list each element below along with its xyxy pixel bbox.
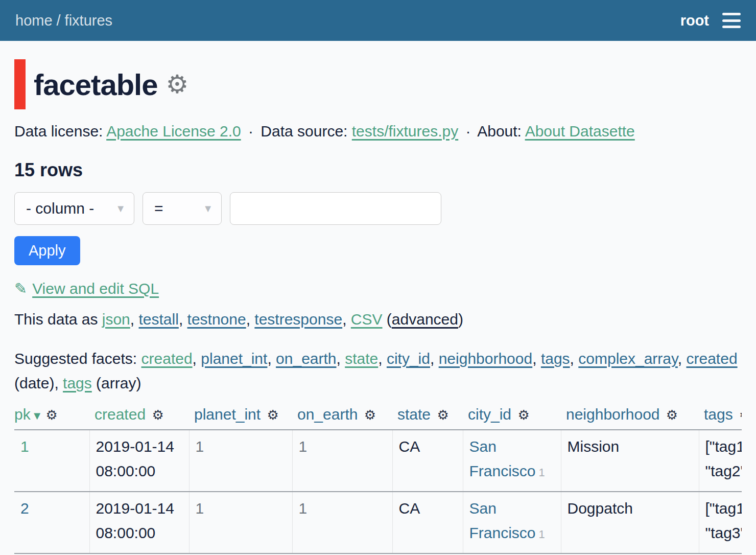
export-links-row: This data as json, testall, testnone, te… bbox=[14, 311, 742, 328]
filter-value-input[interactable] bbox=[230, 192, 441, 225]
cell-pk: 1 bbox=[14, 430, 89, 492]
row-pk-link[interactable]: 1 bbox=[20, 438, 29, 455]
facet-link-on-earth[interactable]: on_earth bbox=[276, 350, 336, 367]
column-header-planet-int: planet_int ⚙ bbox=[189, 406, 292, 430]
column-cog-icon[interactable]: ⚙ bbox=[152, 407, 163, 423]
column-cog-icon[interactable]: ⚙ bbox=[739, 407, 742, 423]
cell-on-earth: 1 bbox=[292, 430, 392, 492]
cell-created: 2019-01-14 08:00:00 bbox=[89, 430, 189, 492]
cell-neighborhood: Mission bbox=[561, 430, 699, 492]
column-cog-icon[interactable]: ⚙ bbox=[517, 407, 529, 423]
column-header-pk: pk▼⚙ bbox=[14, 406, 89, 430]
facet-link-tags[interactable]: tags bbox=[541, 350, 570, 367]
city-id-badge: 1 bbox=[539, 466, 545, 479]
cell-city-id: San Francisco1 bbox=[463, 492, 561, 553]
facet-link-created[interactable]: created bbox=[141, 350, 193, 367]
column-link-created[interactable]: created bbox=[94, 406, 146, 423]
apply-button[interactable]: Apply bbox=[14, 236, 80, 265]
row-count: 15 rows bbox=[14, 159, 742, 181]
cell-state: CA bbox=[392, 492, 463, 553]
filter-operator-value: = bbox=[154, 200, 163, 217]
pencil-icon: ✎ bbox=[14, 280, 27, 297]
export-link-testresponse[interactable]: testresponse bbox=[254, 311, 342, 328]
facet-link-created-date[interactable]: created bbox=[687, 350, 738, 367]
hamburger-menu-icon[interactable] bbox=[722, 13, 741, 28]
license-link[interactable]: Apache License 2.0 bbox=[106, 123, 241, 140]
facet-link-planet-int[interactable]: planet_int bbox=[201, 350, 267, 367]
title-block: facetable ⚙ bbox=[14, 59, 742, 109]
column-link-pk[interactable]: pk bbox=[14, 406, 31, 423]
source-label: Data source: bbox=[261, 123, 347, 140]
filter-column-select[interactable]: - column - ▼ bbox=[14, 192, 134, 225]
cell-tags: ["tag1", "tag3"] bbox=[699, 492, 742, 553]
cell-planet-int: 1 bbox=[189, 492, 292, 553]
city-link[interactable]: San Francisco bbox=[469, 500, 536, 541]
cell-city-id: San Francisco1 bbox=[463, 430, 561, 492]
breadcrumb-home-link[interactable]: home bbox=[15, 12, 53, 29]
column-header-tags: tags ⚙ bbox=[699, 406, 742, 430]
facet-link-city-id[interactable]: city_id bbox=[387, 350, 430, 367]
column-cog-icon[interactable]: ⚙ bbox=[666, 407, 678, 423]
cell-pk: 2 bbox=[14, 492, 89, 553]
metadata-separator: · bbox=[248, 123, 253, 140]
results-table: pk▼⚙ created ⚙ planet_int ⚙ on_earth ⚙ s… bbox=[14, 406, 742, 554]
page-title: facetable bbox=[34, 67, 157, 102]
row-pk-link[interactable]: 2 bbox=[20, 500, 29, 517]
source-link[interactable]: tests/fixtures.py bbox=[352, 123, 458, 140]
facet-suffix: (date) bbox=[14, 375, 54, 391]
cell-tags: ["tag1", "tag2"] bbox=[699, 430, 742, 492]
cell-created: 2019-01-14 08:00:00 bbox=[89, 492, 189, 553]
user-menu-link[interactable]: root bbox=[680, 12, 709, 29]
breadcrumb: home/fixtures bbox=[15, 12, 112, 29]
column-link-tags[interactable]: tags bbox=[704, 406, 733, 423]
breadcrumb-fixtures-link[interactable]: fixtures bbox=[65, 12, 112, 29]
column-header-city-id: city_id ⚙ bbox=[463, 406, 561, 430]
cell-neighborhood: Dogpatch bbox=[561, 492, 699, 553]
table-row: 1 2019-01-14 08:00:00 1 1 CA San Francis… bbox=[14, 430, 742, 492]
export-link-testall[interactable]: testall bbox=[139, 311, 179, 328]
filter-column-value: - column - bbox=[26, 200, 94, 217]
top-nav: home/fixtures root bbox=[0, 0, 756, 41]
export-link-testnone[interactable]: testnone bbox=[187, 311, 246, 328]
export-link-json[interactable]: json bbox=[102, 311, 130, 328]
column-cog-icon[interactable]: ⚙ bbox=[437, 407, 448, 423]
table-gear-icon[interactable]: ⚙ bbox=[166, 72, 188, 97]
metadata-separator: · bbox=[466, 123, 471, 140]
facet-link-tags-array[interactable]: tags bbox=[63, 375, 92, 391]
filter-operator-select[interactable]: = ▼ bbox=[143, 192, 222, 225]
column-cog-icon[interactable]: ⚙ bbox=[364, 407, 376, 423]
export-prefix: This data as bbox=[14, 311, 98, 328]
view-edit-sql-link[interactable]: View and edit SQL bbox=[32, 280, 159, 297]
results-table-container: pk▼⚙ created ⚙ planet_int ⚙ on_earth ⚙ s… bbox=[14, 406, 742, 554]
column-header-neighborhood: neighborhood ⚙ bbox=[561, 406, 699, 430]
column-link-city-id[interactable]: city_id bbox=[468, 406, 511, 423]
sort-desc-icon: ▼ bbox=[32, 409, 43, 422]
suggested-facets-row: Suggested facets: created, planet_int, o… bbox=[14, 346, 742, 396]
city-link[interactable]: San Francisco bbox=[469, 438, 536, 479]
column-cog-icon[interactable]: ⚙ bbox=[267, 407, 278, 423]
facets-prefix: Suggested facets: bbox=[14, 350, 137, 367]
facet-link-state[interactable]: state bbox=[345, 350, 378, 367]
facet-link-neighborhood[interactable]: neighborhood bbox=[439, 350, 533, 367]
table-row: 2 2019-01-14 08:00:00 1 1 CA San Francis… bbox=[14, 492, 742, 553]
column-header-state: state ⚙ bbox=[392, 406, 463, 430]
column-cog-icon[interactable]: ⚙ bbox=[45, 407, 57, 423]
sql-link-row: ✎ View and edit SQL bbox=[14, 280, 742, 297]
export-link-csv[interactable]: CSV bbox=[351, 311, 383, 328]
city-id-badge: 1 bbox=[539, 528, 545, 541]
column-header-on-earth: on_earth ⚙ bbox=[292, 406, 392, 430]
breadcrumb-separator: / bbox=[57, 12, 61, 29]
filter-form: - column - ▼ = ▼ bbox=[14, 192, 742, 225]
column-link-on-earth[interactable]: on_earth bbox=[297, 406, 358, 423]
chevron-down-icon: ▼ bbox=[203, 203, 213, 215]
about-link[interactable]: About Datasette bbox=[525, 123, 635, 140]
column-link-state[interactable]: state bbox=[397, 406, 431, 423]
export-link-advanced[interactable]: advanced bbox=[392, 311, 458, 328]
chevron-down-icon: ▼ bbox=[115, 203, 126, 215]
column-link-planet-int[interactable]: planet_int bbox=[194, 406, 261, 423]
cell-on-earth: 1 bbox=[292, 492, 392, 553]
about-label: About: bbox=[477, 123, 522, 140]
facet-link-complex-array[interactable]: complex_array bbox=[578, 350, 678, 367]
column-link-neighborhood[interactable]: neighborhood bbox=[566, 406, 660, 423]
table-header-row: pk▼⚙ created ⚙ planet_int ⚙ on_earth ⚙ s… bbox=[14, 406, 742, 430]
